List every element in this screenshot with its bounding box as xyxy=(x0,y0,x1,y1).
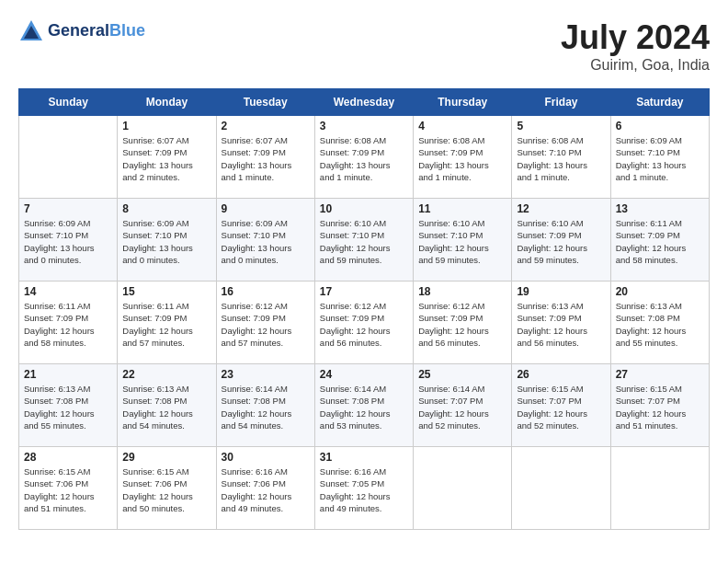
calendar-day-cell: 7Sunrise: 6:09 AMSunset: 7:10 PMDaylight… xyxy=(19,199,118,282)
day-info: Sunrise: 6:15 AMSunset: 7:07 PMDaylight:… xyxy=(517,383,605,431)
day-number: 9 xyxy=(222,202,310,215)
calendar-day-cell: 6Sunrise: 6:09 AMSunset: 7:10 PMDaylight… xyxy=(610,116,709,199)
day-number: 16 xyxy=(222,285,310,298)
day-number: 24 xyxy=(320,368,408,381)
day-number: 2 xyxy=(222,120,310,132)
day-info: Sunrise: 6:08 AMSunset: 7:09 PMDaylight:… xyxy=(418,134,506,183)
day-number: 19 xyxy=(517,285,605,298)
day-info: Sunrise: 6:11 AMSunset: 7:09 PMDaylight:… xyxy=(122,300,210,349)
day-info: Sunrise: 6:13 AMSunset: 7:08 PMDaylight:… xyxy=(122,383,210,431)
calendar-day-cell: 26Sunrise: 6:15 AMSunset: 7:07 PMDayligh… xyxy=(512,364,610,447)
calendar-day-cell: 4Sunrise: 6:08 AMSunset: 7:09 PMDaylight… xyxy=(414,116,512,199)
day-number: 10 xyxy=(320,202,408,215)
calendar-day-cell: 18Sunrise: 6:12 AMSunset: 7:09 PMDayligh… xyxy=(414,282,512,364)
weekday-header-cell: Sunday xyxy=(19,89,118,116)
day-number: 26 xyxy=(517,368,605,381)
calendar-body: 1Sunrise: 6:07 AMSunset: 7:09 PMDaylight… xyxy=(19,116,710,530)
calendar-day-cell: 13Sunrise: 6:11 AMSunset: 7:09 PMDayligh… xyxy=(610,199,709,282)
day-number: 28 xyxy=(24,451,112,464)
day-number: 1 xyxy=(122,120,210,132)
calendar-day-cell: 29Sunrise: 6:15 AMSunset: 7:06 PMDayligh… xyxy=(118,447,216,530)
day-number: 13 xyxy=(616,202,704,215)
calendar-day-cell: 12Sunrise: 6:10 AMSunset: 7:09 PMDayligh… xyxy=(512,199,610,282)
day-info: Sunrise: 6:13 AMSunset: 7:08 PMDaylight:… xyxy=(616,300,704,349)
location-title: Guirim, Goa, India xyxy=(561,57,710,74)
day-info: Sunrise: 6:07 AMSunset: 7:09 PMDaylight:… xyxy=(122,134,210,183)
weekday-header-cell: Friday xyxy=(512,89,610,116)
day-info: Sunrise: 6:08 AMSunset: 7:09 PMDaylight:… xyxy=(320,134,408,183)
day-number: 22 xyxy=(122,368,210,381)
day-number: 7 xyxy=(24,202,112,215)
weekday-header-cell: Thursday xyxy=(414,89,512,116)
calendar-day-cell: 30Sunrise: 6:16 AMSunset: 7:06 PMDayligh… xyxy=(216,447,314,530)
day-number: 18 xyxy=(418,285,506,298)
calendar-day-cell: 5Sunrise: 6:08 AMSunset: 7:10 PMDaylight… xyxy=(512,116,610,199)
calendar-day-cell: 23Sunrise: 6:14 AMSunset: 7:08 PMDayligh… xyxy=(216,364,314,447)
day-info: Sunrise: 6:10 AMSunset: 7:10 PMDaylight:… xyxy=(320,217,408,266)
calendar-day-cell: 19Sunrise: 6:13 AMSunset: 7:09 PMDayligh… xyxy=(512,282,610,364)
logo-text: GeneralBlue xyxy=(48,22,145,40)
day-number: 15 xyxy=(122,285,210,298)
calendar-day-cell: 1Sunrise: 6:07 AMSunset: 7:09 PMDaylight… xyxy=(118,116,216,199)
day-number: 29 xyxy=(122,451,210,464)
calendar-day-cell xyxy=(414,447,512,530)
calendar-day-cell: 14Sunrise: 6:11 AMSunset: 7:09 PMDayligh… xyxy=(19,282,118,364)
weekday-header-cell: Wednesday xyxy=(314,89,413,116)
calendar-week-row: 7Sunrise: 6:09 AMSunset: 7:10 PMDaylight… xyxy=(19,199,710,282)
day-number: 14 xyxy=(24,285,112,298)
title-area: July 2024 Guirim, Goa, India xyxy=(561,18,710,74)
day-number: 8 xyxy=(122,202,210,215)
calendar-day-cell: 25Sunrise: 6:14 AMSunset: 7:07 PMDayligh… xyxy=(414,364,512,447)
day-info: Sunrise: 6:12 AMSunset: 7:09 PMDaylight:… xyxy=(320,300,408,349)
day-info: Sunrise: 6:08 AMSunset: 7:10 PMDaylight:… xyxy=(517,134,605,183)
day-info: Sunrise: 6:10 AMSunset: 7:10 PMDaylight:… xyxy=(418,217,506,266)
calendar-day-cell: 31Sunrise: 6:16 AMSunset: 7:05 PMDayligh… xyxy=(314,447,413,530)
calendar-day-cell xyxy=(610,447,709,530)
weekday-header-row: SundayMondayTuesdayWednesdayThursdayFrid… xyxy=(19,89,710,116)
day-number: 31 xyxy=(320,451,408,464)
day-info: Sunrise: 6:15 AMSunset: 7:06 PMDaylight:… xyxy=(24,465,112,514)
calendar-day-cell: 11Sunrise: 6:10 AMSunset: 7:10 PMDayligh… xyxy=(414,199,512,282)
calendar-day-cell: 3Sunrise: 6:08 AMSunset: 7:09 PMDaylight… xyxy=(314,116,413,199)
day-number: 12 xyxy=(517,202,605,215)
day-number: 4 xyxy=(418,120,506,132)
day-number: 6 xyxy=(616,120,704,132)
day-info: Sunrise: 6:12 AMSunset: 7:09 PMDaylight:… xyxy=(418,300,506,349)
calendar-week-row: 14Sunrise: 6:11 AMSunset: 7:09 PMDayligh… xyxy=(19,282,710,364)
calendar-day-cell: 22Sunrise: 6:13 AMSunset: 7:08 PMDayligh… xyxy=(118,364,216,447)
day-info: Sunrise: 6:13 AMSunset: 7:09 PMDaylight:… xyxy=(517,300,605,349)
day-number: 3 xyxy=(320,120,408,132)
calendar-table: SundayMondayTuesdayWednesdayThursdayFrid… xyxy=(18,88,710,530)
day-info: Sunrise: 6:15 AMSunset: 7:07 PMDaylight:… xyxy=(616,383,704,431)
calendar-day-cell: 24Sunrise: 6:14 AMSunset: 7:08 PMDayligh… xyxy=(314,364,413,447)
day-info: Sunrise: 6:15 AMSunset: 7:06 PMDaylight:… xyxy=(122,465,210,514)
day-info: Sunrise: 6:11 AMSunset: 7:09 PMDaylight:… xyxy=(24,300,112,349)
day-info: Sunrise: 6:13 AMSunset: 7:08 PMDaylight:… xyxy=(24,383,112,431)
day-info: Sunrise: 6:14 AMSunset: 7:08 PMDaylight:… xyxy=(320,383,408,431)
month-title: July 2024 xyxy=(561,18,710,57)
calendar-day-cell: 2Sunrise: 6:07 AMSunset: 7:09 PMDaylight… xyxy=(216,116,314,199)
calendar-week-row: 21Sunrise: 6:13 AMSunset: 7:08 PMDayligh… xyxy=(19,364,710,447)
day-number: 30 xyxy=(222,451,310,464)
day-number: 11 xyxy=(418,202,506,215)
day-info: Sunrise: 6:14 AMSunset: 7:07 PMDaylight:… xyxy=(418,383,506,431)
day-info: Sunrise: 6:14 AMSunset: 7:08 PMDaylight:… xyxy=(222,383,310,431)
calendar-day-cell: 20Sunrise: 6:13 AMSunset: 7:08 PMDayligh… xyxy=(610,282,709,364)
calendar-day-cell xyxy=(512,447,610,530)
calendar-week-row: 28Sunrise: 6:15 AMSunset: 7:06 PMDayligh… xyxy=(19,447,710,530)
day-info: Sunrise: 6:09 AMSunset: 7:10 PMDaylight:… xyxy=(24,217,112,266)
calendar-day-cell xyxy=(19,116,118,199)
day-number: 17 xyxy=(320,285,408,298)
day-number: 20 xyxy=(616,285,704,298)
page-header: GeneralBlue July 2024 Guirim, Goa, India xyxy=(18,18,710,74)
day-number: 25 xyxy=(418,368,506,381)
day-info: Sunrise: 6:12 AMSunset: 7:09 PMDaylight:… xyxy=(222,300,310,349)
day-info: Sunrise: 6:16 AMSunset: 7:06 PMDaylight:… xyxy=(222,465,310,514)
calendar-day-cell: 10Sunrise: 6:10 AMSunset: 7:10 PMDayligh… xyxy=(314,199,413,282)
calendar-day-cell: 21Sunrise: 6:13 AMSunset: 7:08 PMDayligh… xyxy=(19,364,118,447)
weekday-header-cell: Tuesday xyxy=(216,89,314,116)
calendar-day-cell: 27Sunrise: 6:15 AMSunset: 7:07 PMDayligh… xyxy=(610,364,709,447)
calendar-day-cell: 9Sunrise: 6:09 AMSunset: 7:10 PMDaylight… xyxy=(216,199,314,282)
day-number: 21 xyxy=(24,368,112,381)
calendar-day-cell: 16Sunrise: 6:12 AMSunset: 7:09 PMDayligh… xyxy=(216,282,314,364)
